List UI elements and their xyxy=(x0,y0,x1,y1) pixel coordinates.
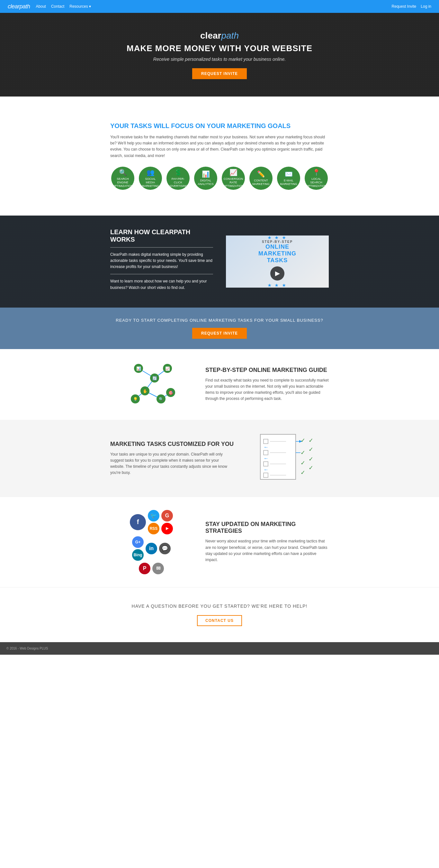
how-divider1 xyxy=(110,247,213,248)
cro-label: CONVERSION RATEOPTIMIZATION xyxy=(223,177,243,188)
ppc-label: PAY-PER-CLICKADVERTISING xyxy=(168,177,188,188)
customized-body: Your tasks are unique to you and your do… xyxy=(110,452,234,476)
cro-icon: 📈 xyxy=(230,168,237,176)
icon-seo: 🔍 SEARCH ENGINEOPTIMIZATION xyxy=(111,167,134,190)
email-label: E-MAILMARKETING xyxy=(280,179,297,186)
contact-button[interactable]: CONTACT US xyxy=(197,615,242,626)
customized-wrapper: MARKETING TASKS CUSTOMIZED FOR YOU Your … xyxy=(0,420,439,497)
ppc-icon: 💲 xyxy=(174,168,182,176)
navbar: clearpath About Contact Resources ▾ Requ… xyxy=(0,0,439,13)
svg-text:🔍: 🔍 xyxy=(159,397,164,402)
svg-text:←: ← xyxy=(264,444,269,450)
tasks-body: You'll receive tasks for the marketing c… xyxy=(110,134,329,159)
hero-logo: clearpath xyxy=(200,31,239,41)
icon-email: ✉️ E-MAILMARKETING xyxy=(277,167,300,190)
svg-text:📈: 📈 xyxy=(165,366,170,371)
svg-text:📊: 📊 xyxy=(136,366,141,371)
hero-subheadline: Receive simple personalized tasks to mar… xyxy=(153,57,286,62)
how-body2: Want to learn more about how we can help… xyxy=(110,278,213,290)
cta-banner-text: READY TO START COMPLETING ONLINE MARKETI… xyxy=(6,318,433,323)
video-placeholder: ★ ★ ★ STEP-BY-STEP ONLINE MARKETING TASK… xyxy=(226,236,329,288)
video-inner: ★ ★ ★ STEP-BY-STEP ONLINE MARKETING TASK… xyxy=(259,236,296,288)
google-icon: G+ xyxy=(132,536,144,548)
tasks-heading-blue: MARKETING GOALS xyxy=(227,122,291,129)
how-text: LEARN HOW CLEARPATH WORKS ClearPath make… xyxy=(110,228,213,295)
nav-link-contact[interactable]: Contact xyxy=(51,4,64,9)
pinterest-icon: P xyxy=(139,563,150,574)
checklist-graphic: ← ← ← ✓ ✓ ✓ ✓ ✓ ✓ ✓ ✓ xyxy=(259,433,316,484)
linkedin-icon: in xyxy=(145,543,157,554)
svg-text:✓: ✓ xyxy=(308,465,313,471)
nav-left: clearpath About Contact Resources ▾ xyxy=(8,3,91,10)
rss-icon: RSS xyxy=(148,523,159,534)
twitter-icon: 🐦 xyxy=(148,510,159,522)
analytics-icon: 📊 xyxy=(202,170,210,178)
updated-section: f 🐦 RSS G ▶ G+ Bing in 💬 P ✉ xyxy=(91,497,348,587)
svg-text:💡: 💡 xyxy=(133,397,138,402)
svg-text:✓: ✓ xyxy=(301,460,305,466)
svg-text:✓: ✓ xyxy=(301,469,305,476)
nav-request-invite[interactable]: Request Invite xyxy=(392,4,416,9)
chat-icon: 💬 xyxy=(159,543,171,554)
icon-ppc: 💲 PAY-PER-CLICKADVERTISING xyxy=(166,167,190,190)
guide-graphic: 📊 📈 🔄 ✋ 🔍 💡 🎯 xyxy=(126,362,177,407)
nav-link-resources[interactable]: Resources ▾ xyxy=(69,4,91,9)
nav-login[interactable]: Log in xyxy=(421,4,431,9)
seo-icon: 🔍 xyxy=(119,168,127,176)
nav-logo-path: path xyxy=(20,3,30,10)
how-heading: LEARN HOW CLEARPATH WORKS xyxy=(110,228,213,243)
svg-text:✋: ✋ xyxy=(143,389,147,394)
email-icon: ✉️ xyxy=(285,170,293,178)
video-stars-bot: ★ ★ ★ xyxy=(259,283,296,288)
updated-image: f 🐦 RSS G ▶ G+ Bing in 💬 P ✉ xyxy=(110,510,193,574)
guide-body: Find out exactly what tasks you need to … xyxy=(205,377,329,402)
icon-social: 👥 SOCIAL MEDIAMARKETING xyxy=(139,167,162,190)
facebook-icon: f xyxy=(130,514,146,530)
video-line2: ONLINE xyxy=(259,244,296,250)
svg-text:←: ← xyxy=(264,467,269,472)
how-section-wrapper: LEARN HOW CLEARPATH WORKS ClearPath make… xyxy=(0,216,439,308)
local-icon: 📍 xyxy=(312,168,320,176)
how-body1: ClearPath makes digital marketing simple… xyxy=(110,252,213,270)
tasks-heading-normal: YOUR TASKS WILL FOCUS ON YOUR xyxy=(110,122,227,129)
guide-wrapper: 📊 📈 🔄 ✋ 🔍 💡 🎯 STEP-BY-STEP ONLINE MARKET… xyxy=(0,349,439,420)
footer: © 2016 - Web Designs PLUS xyxy=(0,642,439,655)
social-label: SOCIAL MEDIAMARKETING xyxy=(141,177,160,188)
social-icon: 👥 xyxy=(146,168,155,176)
tasks-section: YOUR TASKS WILL FOCUS ON YOUR MARKETING … xyxy=(91,110,348,203)
updated-wrapper: f 🐦 RSS G ▶ G+ Bing in 💬 P ✉ xyxy=(0,497,439,587)
contact-text: HAVE A QUESTION BEFORE YOU GET STARTED? … xyxy=(6,603,433,609)
video-stars-top: ★ ★ ★ xyxy=(259,236,296,240)
video-line4: TASKS xyxy=(259,257,296,264)
how-divider2 xyxy=(110,274,213,274)
cta-banner-button[interactable]: REQUEST INVITE xyxy=(192,328,247,339)
icon-cro: 📈 CONVERSION RATEOPTIMIZATION xyxy=(222,167,245,190)
youtube-icon: ▶ xyxy=(161,523,173,534)
svg-text:←: ← xyxy=(264,456,269,461)
bing-icon: Bing xyxy=(132,549,144,561)
footer-text: © 2016 - Web Designs PLUS xyxy=(6,647,433,650)
svg-text:✓: ✓ xyxy=(308,456,313,462)
updated-text: STAY UPDATED ON MARKETING STRATEGIES Nev… xyxy=(205,521,329,563)
play-button[interactable]: ▶ xyxy=(270,267,284,281)
icon-content: ✏️ CONTENTMARKETING xyxy=(249,167,273,190)
guide-text: STEP-BY-STEP ONLINE MARKETING GUIDE Find… xyxy=(205,367,329,402)
nav-links: About Contact Resources ▾ xyxy=(36,4,91,9)
how-section: LEARN HOW CLEARPATH WORKS ClearPath make… xyxy=(91,216,348,308)
tasks-icons-row: 🔍 SEARCH ENGINEOPTIMIZATION 👥 SOCIAL MED… xyxy=(110,167,329,190)
email2-icon: ✉ xyxy=(152,563,164,574)
how-video[interactable]: ★ ★ ★ STEP-BY-STEP ONLINE MARKETING TASK… xyxy=(226,236,329,288)
hero-cta-button[interactable]: REQUEST INVITE xyxy=(192,68,247,79)
social-graphic: f 🐦 RSS G ▶ G+ Bing in 💬 P ✉ xyxy=(126,510,177,574)
nav-logo-clear: clear xyxy=(8,3,20,10)
guide-section: 📊 📈 🔄 ✋ 🔍 💡 🎯 STEP-BY-STEP ONLINE MARKET… xyxy=(91,349,348,420)
content-label: CONTENTMARKETING xyxy=(252,179,270,186)
guide-image: 📊 📈 🔄 ✋ 🔍 💡 🎯 xyxy=(110,362,193,407)
icon-local: 📍 LOCAL SEARCHOPTIMIZATION xyxy=(305,167,328,190)
contact-section: HAVE A QUESTION BEFORE YOU GET STARTED? … xyxy=(0,587,439,642)
hero-section: clearpath MAKE MORE MONEY WITH YOUR WEBS… xyxy=(0,13,439,96)
svg-rect-24 xyxy=(264,451,268,455)
updated-body: Never worry about wasting your time with… xyxy=(205,538,329,563)
nav-link-about[interactable]: About xyxy=(36,4,46,9)
tasks-heading: YOUR TASKS WILL FOCUS ON YOUR MARKETING … xyxy=(110,122,329,130)
